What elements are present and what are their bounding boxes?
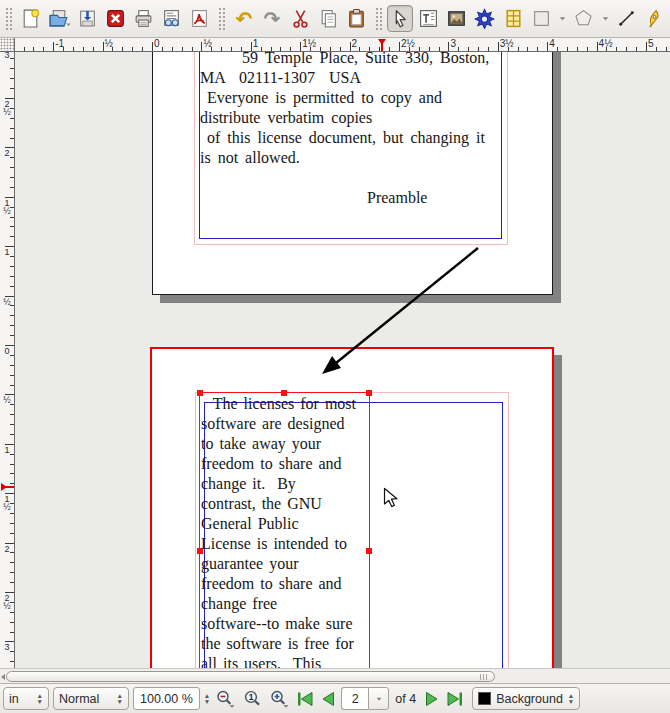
ruler-tick xyxy=(10,523,14,524)
ruler-tick xyxy=(10,582,14,583)
select-item-button[interactable] xyxy=(387,5,413,32)
cut-button[interactable] xyxy=(287,5,313,32)
insert-text-frame-button[interactable] xyxy=(415,5,441,32)
ruler-tick xyxy=(488,47,489,51)
toolbar-drag-handle[interactable] xyxy=(218,7,226,31)
insert-shape-icon xyxy=(531,8,552,29)
zoom-in-button[interactable] xyxy=(268,689,291,709)
print-document-icon xyxy=(133,8,154,29)
insert-table-button[interactable] xyxy=(500,5,526,32)
preflight-verifier-button[interactable] xyxy=(159,5,185,32)
previous-page-icon xyxy=(319,691,337,707)
insert-polygon-button[interactable] xyxy=(571,5,597,32)
spinner-arrows-icon[interactable]: ▲▼ xyxy=(568,693,574,704)
spinner-arrows-icon[interactable]: ▲▼ xyxy=(37,693,43,704)
ruler-tick xyxy=(439,47,440,51)
ruler-tick xyxy=(122,47,123,51)
insert-image-frame-button[interactable] xyxy=(444,5,470,32)
ruler-origin-corner[interactable] xyxy=(0,38,15,52)
document-canvas[interactable]: 59 Temple Place, Suite 330, Boston,MA 02… xyxy=(15,52,670,668)
shape-dropdown[interactable] xyxy=(556,5,569,32)
ruler-label: 5 xyxy=(648,38,654,49)
spinner-arrows-icon[interactable]: ▲▼ xyxy=(117,693,123,704)
insert-line-button[interactable] xyxy=(614,5,640,32)
ruler-tick xyxy=(567,47,568,51)
first-page-button[interactable] xyxy=(295,690,314,707)
zoom-100-button[interactable]: 1 xyxy=(241,689,264,709)
page-number-selector[interactable]: 2 xyxy=(341,687,389,710)
toolbar-drag-handle[interactable] xyxy=(5,7,13,31)
zoom-spinner-icon[interactable]: ▲▼ xyxy=(204,693,210,704)
ruler-tick xyxy=(448,42,449,51)
text-line: Preamble xyxy=(200,188,503,208)
ruler-label: 4½ xyxy=(599,38,613,49)
ruler-tick xyxy=(458,47,459,51)
svg-text:1: 1 xyxy=(249,692,254,702)
text-line: License is intended to xyxy=(201,534,369,554)
insert-bezier-icon xyxy=(644,8,665,29)
page-number-dropdown[interactable] xyxy=(368,687,389,710)
insert-bezier-button[interactable] xyxy=(642,5,668,32)
polygon-dropdown[interactable] xyxy=(599,5,612,32)
next-page-button[interactable] xyxy=(422,690,441,707)
copy-button[interactable] xyxy=(315,5,341,32)
close-document-button[interactable] xyxy=(102,5,128,32)
page2-text: The licenses for mostsoftware are design… xyxy=(201,394,369,668)
view-mode-selector[interactable]: Normal ▲▼ xyxy=(53,687,129,710)
redo-icon: ↷ xyxy=(264,9,281,29)
ruler-label: 2 ½ xyxy=(0,594,14,610)
export-pdf-button[interactable] xyxy=(187,5,213,32)
ruler-tick xyxy=(10,562,14,563)
first-page-icon xyxy=(296,691,314,707)
open-document-button[interactable] xyxy=(46,5,72,32)
save-document-button[interactable] xyxy=(74,5,100,32)
print-document-button[interactable] xyxy=(130,5,156,32)
page-1[interactable]: 59 Temple Place, Suite 330, Boston,MA 02… xyxy=(152,52,553,295)
toolbar: ↶↷ xyxy=(0,0,670,38)
ruler-tick xyxy=(350,42,351,51)
ruler-label: 1 ½ xyxy=(0,199,14,215)
ruler-tick xyxy=(636,47,637,51)
ruler-tick xyxy=(251,42,252,51)
zoom-out-button[interactable] xyxy=(214,689,237,709)
vertical-ruler[interactable]: 32 ½21 ½1½0½11 ½22 ½3 xyxy=(0,52,15,668)
new-document-icon xyxy=(20,8,41,29)
redo-button[interactable]: ↷ xyxy=(259,5,285,32)
close-document-icon xyxy=(105,8,126,29)
chevron-down-icon xyxy=(600,13,611,24)
zoom-level-field[interactable]: 100.00 % xyxy=(133,687,200,710)
insert-shape-button[interactable] xyxy=(528,5,554,32)
ruler-tick xyxy=(577,47,578,51)
unit-selector[interactable]: in ▲▼ xyxy=(3,687,49,710)
chevron-down-icon xyxy=(557,13,568,24)
paste-button[interactable] xyxy=(343,5,369,32)
insert-render-frame-button[interactable] xyxy=(472,5,498,32)
ruler-tick xyxy=(587,47,588,51)
ruler-label: 3½ xyxy=(500,38,514,49)
ruler-tick xyxy=(419,47,420,51)
undo-button[interactable]: ↶ xyxy=(231,5,257,32)
ruler-label: 2 xyxy=(0,149,14,157)
text-line: guarantee your xyxy=(201,554,369,574)
ruler-label: 1 xyxy=(0,446,14,454)
text-line: contrast, the GNU xyxy=(201,494,369,514)
horizontal-ruler[interactable]: -1½0½11½22½33½44½5 xyxy=(15,38,670,52)
ruler-tick xyxy=(10,226,14,227)
ruler-label: ½ xyxy=(0,298,14,306)
horizontal-scrollbar-thumb[interactable] xyxy=(6,671,495,682)
ruler-tick xyxy=(93,47,94,51)
scroll-left-icon[interactable] xyxy=(1,674,5,680)
new-document-button[interactable] xyxy=(18,5,44,32)
layer-selector[interactable]: Background ▲▼ xyxy=(472,687,580,710)
horizontal-scrollbar[interactable] xyxy=(0,668,670,683)
previous-page-button[interactable] xyxy=(318,690,337,707)
ruler-tick xyxy=(468,47,469,51)
ruler-label: 2 ½ xyxy=(0,100,14,116)
ruler-tick xyxy=(10,217,14,218)
page-2[interactable]: The licenses for mostsoftware are design… xyxy=(150,347,554,668)
chevron-down-icon xyxy=(64,20,73,29)
last-page-button[interactable] xyxy=(445,690,464,707)
page-number-value[interactable]: 2 xyxy=(341,687,368,710)
toolbar-drag-handle[interactable] xyxy=(375,7,383,31)
ruler-tick xyxy=(656,47,657,51)
